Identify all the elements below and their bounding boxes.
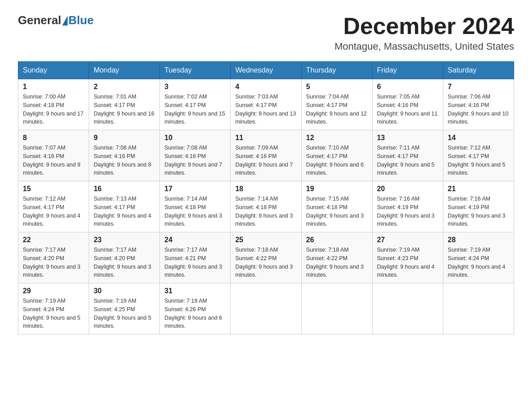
logo: General Blue: [18, 13, 94, 27]
day-number: 4: [235, 83, 296, 91]
weekday-header-friday: Friday: [372, 62, 443, 79]
page-header: General Blue December 2024 Montague, Mas…: [18, 13, 514, 52]
day-info: Sunrise: 7:19 AMSunset: 4:23 PMDaylight:…: [377, 246, 438, 279]
logo-triangle-icon: [62, 16, 68, 26]
day-info: Sunrise: 7:04 AMSunset: 4:17 PMDaylight:…: [306, 93, 368, 126]
calendar-day-cell: 4Sunrise: 7:03 AMSunset: 4:17 PMDaylight…: [231, 79, 301, 130]
day-number: 23: [94, 236, 155, 244]
day-number: 18: [235, 185, 296, 193]
calendar-day-cell: 7Sunrise: 7:06 AMSunset: 4:16 PMDaylight…: [443, 79, 514, 130]
day-info: Sunrise: 7:19 AMSunset: 4:24 PMDaylight:…: [448, 246, 509, 279]
day-info: Sunrise: 7:13 AMSunset: 4:17 PMDaylight:…: [94, 195, 155, 228]
day-number: 14: [448, 134, 509, 142]
day-info: Sunrise: 7:16 AMSunset: 4:19 PMDaylight:…: [377, 195, 438, 228]
day-info: Sunrise: 7:17 AMSunset: 4:20 PMDaylight:…: [23, 246, 84, 279]
day-info: Sunrise: 7:00 AMSunset: 4:18 PMDaylight:…: [23, 93, 84, 126]
day-number: 9: [94, 134, 155, 142]
day-info: Sunrise: 7:05 AMSunset: 4:16 PMDaylight:…: [377, 93, 438, 126]
day-number: 24: [164, 236, 226, 244]
day-number: 6: [377, 83, 438, 91]
day-number: 2: [94, 83, 155, 91]
calendar-week-row: 22Sunrise: 7:17 AMSunset: 4:20 PMDayligh…: [18, 232, 514, 283]
calendar-day-cell: 10Sunrise: 7:08 AMSunset: 4:16 PMDayligh…: [160, 130, 231, 181]
title-area: December 2024 Montague, Massachusetts, U…: [335, 13, 514, 52]
day-number: 21: [448, 185, 509, 193]
day-info: Sunrise: 7:09 AMSunset: 4:16 PMDaylight:…: [235, 144, 296, 177]
day-number: 27: [377, 236, 438, 244]
calendar-day-cell: 31Sunrise: 7:19 AMSunset: 4:26 PMDayligh…: [160, 283, 231, 334]
day-number: 1: [23, 83, 84, 91]
day-info: Sunrise: 7:08 AMSunset: 4:16 PMDaylight:…: [94, 144, 155, 177]
day-info: Sunrise: 7:14 AMSunset: 4:18 PMDaylight:…: [235, 195, 296, 228]
calendar-day-cell: 29Sunrise: 7:19 AMSunset: 4:24 PMDayligh…: [18, 283, 89, 334]
day-number: 17: [164, 185, 226, 193]
calendar-day-cell: 22Sunrise: 7:17 AMSunset: 4:20 PMDayligh…: [18, 232, 89, 283]
calendar-day-cell: 8Sunrise: 7:07 AMSunset: 4:16 PMDaylight…: [18, 130, 89, 181]
day-info: Sunrise: 7:10 AMSunset: 4:17 PMDaylight:…: [306, 144, 368, 177]
calendar-day-cell: 2Sunrise: 7:01 AMSunset: 4:17 PMDaylight…: [89, 79, 160, 130]
weekday-header-sunday: Sunday: [18, 62, 89, 79]
calendar-day-cell: 6Sunrise: 7:05 AMSunset: 4:16 PMDaylight…: [372, 79, 443, 130]
day-number: 8: [23, 134, 84, 142]
calendar-day-cell: 28Sunrise: 7:19 AMSunset: 4:24 PMDayligh…: [443, 232, 514, 283]
day-info: Sunrise: 7:15 AMSunset: 4:18 PMDaylight:…: [306, 195, 368, 228]
calendar-day-cell: 3Sunrise: 7:02 AMSunset: 4:17 PMDaylight…: [160, 79, 231, 130]
weekday-header-monday: Monday: [89, 62, 160, 79]
day-info: Sunrise: 7:18 AMSunset: 4:22 PMDaylight:…: [235, 246, 296, 279]
month-title: December 2024: [335, 13, 514, 39]
calendar-day-cell: 27Sunrise: 7:19 AMSunset: 4:23 PMDayligh…: [372, 232, 443, 283]
day-info: Sunrise: 7:07 AMSunset: 4:16 PMDaylight:…: [23, 144, 84, 177]
calendar-day-cell: [372, 283, 443, 334]
calendar-day-cell: 9Sunrise: 7:08 AMSunset: 4:16 PMDaylight…: [89, 130, 160, 181]
calendar-day-cell: 1Sunrise: 7:00 AMSunset: 4:18 PMDaylight…: [18, 79, 89, 130]
calendar-day-cell: 19Sunrise: 7:15 AMSunset: 4:18 PMDayligh…: [301, 181, 372, 232]
day-info: Sunrise: 7:03 AMSunset: 4:17 PMDaylight:…: [235, 93, 296, 126]
day-number: 3: [164, 83, 226, 91]
calendar-day-cell: 18Sunrise: 7:14 AMSunset: 4:18 PMDayligh…: [231, 181, 301, 232]
day-info: Sunrise: 7:08 AMSunset: 4:16 PMDaylight:…: [164, 144, 226, 177]
weekday-header-saturday: Saturday: [443, 62, 514, 79]
day-number: 25: [235, 236, 296, 244]
day-number: 29: [23, 287, 84, 295]
day-number: 11: [235, 134, 296, 142]
calendar-day-cell: 14Sunrise: 7:12 AMSunset: 4:17 PMDayligh…: [443, 130, 514, 181]
weekday-header-tuesday: Tuesday: [160, 62, 231, 79]
calendar-day-cell: 16Sunrise: 7:13 AMSunset: 4:17 PMDayligh…: [89, 181, 160, 232]
calendar-day-cell: 20Sunrise: 7:16 AMSunset: 4:19 PMDayligh…: [372, 181, 443, 232]
day-number: 28: [448, 236, 509, 244]
day-number: 12: [306, 134, 368, 142]
day-number: 7: [448, 83, 509, 91]
calendar-day-cell: 25Sunrise: 7:18 AMSunset: 4:22 PMDayligh…: [231, 232, 301, 283]
day-number: 16: [94, 185, 155, 193]
weekday-header-row: SundayMondayTuesdayWednesdayThursdayFrid…: [18, 62, 514, 79]
day-info: Sunrise: 7:11 AMSunset: 4:17 PMDaylight:…: [377, 144, 438, 177]
calendar-day-cell: 5Sunrise: 7:04 AMSunset: 4:17 PMDaylight…: [301, 79, 372, 130]
calendar-week-row: 15Sunrise: 7:12 AMSunset: 4:17 PMDayligh…: [18, 181, 514, 232]
calendar-day-cell: 21Sunrise: 7:16 AMSunset: 4:19 PMDayligh…: [443, 181, 514, 232]
calendar-day-cell: 24Sunrise: 7:17 AMSunset: 4:21 PMDayligh…: [160, 232, 231, 283]
weekday-header-wednesday: Wednesday: [231, 62, 301, 79]
calendar-day-cell: 17Sunrise: 7:14 AMSunset: 4:18 PMDayligh…: [160, 181, 231, 232]
day-number: 22: [23, 236, 84, 244]
day-number: 5: [306, 83, 368, 91]
day-info: Sunrise: 7:19 AMSunset: 4:25 PMDaylight:…: [94, 297, 155, 330]
day-info: Sunrise: 7:19 AMSunset: 4:26 PMDaylight:…: [164, 297, 226, 330]
day-info: Sunrise: 7:12 AMSunset: 4:17 PMDaylight:…: [23, 195, 84, 228]
day-info: Sunrise: 7:18 AMSunset: 4:22 PMDaylight:…: [306, 246, 368, 279]
day-number: 10: [164, 134, 226, 142]
day-info: Sunrise: 7:17 AMSunset: 4:21 PMDaylight:…: [164, 246, 226, 279]
day-number: 20: [377, 185, 438, 193]
calendar-day-cell: [443, 283, 514, 334]
calendar-day-cell: [231, 283, 301, 334]
location-title: Montague, Massachusetts, United States: [335, 41, 514, 52]
calendar-day-cell: 11Sunrise: 7:09 AMSunset: 4:16 PMDayligh…: [231, 130, 301, 181]
calendar-day-cell: 15Sunrise: 7:12 AMSunset: 4:17 PMDayligh…: [18, 181, 89, 232]
calendar-day-cell: 23Sunrise: 7:17 AMSunset: 4:20 PMDayligh…: [89, 232, 160, 283]
calendar-table: SundayMondayTuesdayWednesdayThursdayFrid…: [18, 61, 514, 334]
day-info: Sunrise: 7:16 AMSunset: 4:19 PMDaylight:…: [448, 195, 509, 228]
day-number: 26: [306, 236, 368, 244]
day-number: 13: [377, 134, 438, 142]
calendar-week-row: 1Sunrise: 7:00 AMSunset: 4:18 PMDaylight…: [18, 79, 514, 130]
day-info: Sunrise: 7:01 AMSunset: 4:17 PMDaylight:…: [94, 93, 155, 126]
day-info: Sunrise: 7:06 AMSunset: 4:16 PMDaylight:…: [448, 93, 509, 126]
